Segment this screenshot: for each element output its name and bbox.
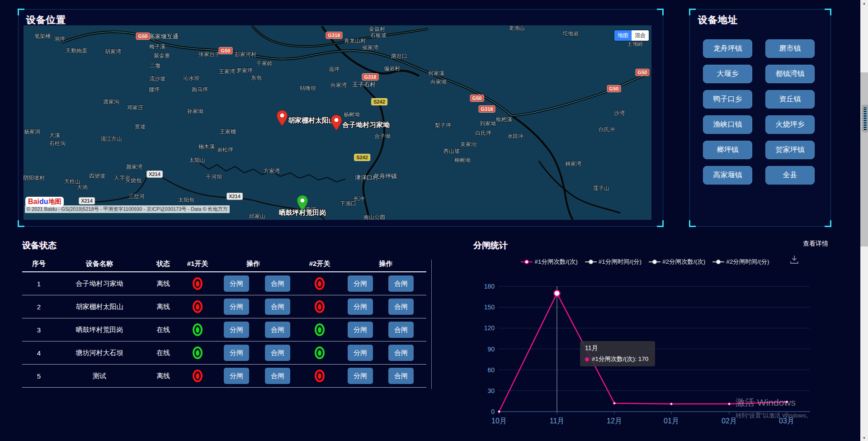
address-button-3[interactable]: 都镇湾镇 — [765, 65, 815, 83]
cell-status: 离线 — [143, 372, 183, 380]
road-shield-g50: G50 — [470, 95, 484, 102]
scrollbar-down-arrow[interactable]: ▼ — [860, 435, 868, 441]
close-switch1-button[interactable]: 合闸 — [265, 368, 290, 384]
cell-index: 5 — [22, 372, 56, 380]
address-button-1[interactable]: 磨市镇 — [765, 39, 815, 58]
map-place-label: 西山坡 — [443, 147, 460, 155]
switch2-indicator-cell — [294, 346, 345, 359]
open-switch2-button[interactable]: 分闸 — [348, 322, 373, 338]
open-switch2-button[interactable]: 分闸 — [348, 299, 373, 315]
scrollbar-thumb[interactable] — [860, 72, 868, 247]
open-switch2-button[interactable]: 分闸 — [348, 345, 373, 361]
scrollbar[interactable]: ▲ ▼ — [860, 0, 868, 441]
address-button-9[interactable]: 贺家坪镇 — [765, 141, 815, 159]
table-row: 5测试离线分闸合闸分闸合闸 — [22, 365, 426, 388]
map-place-label: 孙家坳 — [187, 108, 203, 115]
switch2-indicator-cell — [294, 323, 345, 336]
address-button-2[interactable]: 大堰乡 — [703, 65, 752, 83]
open-switch1-button[interactable]: 分闸 — [224, 299, 249, 315]
close-switch1-cell: 合闸 — [261, 322, 294, 338]
y-axis-tick-label: 150 — [484, 303, 495, 311]
map-type-map-button[interactable]: 地图 — [614, 30, 632, 41]
open-switch1-button[interactable]: 分闸 — [224, 322, 249, 338]
baidu-logo-map: 地图 — [48, 198, 61, 206]
open-switch2-button[interactable]: 分闸 — [348, 275, 373, 292]
open-switch1-button[interactable]: 分闸 — [224, 368, 249, 384]
close-switch2-cell: 合闸 — [376, 299, 426, 315]
device-status-table: 序号设备名称状态#1开关操作#2开关操作1合子坳村习家坳离线分闸合闸分闸合闸2胡… — [22, 256, 426, 388]
map-place-label: 两岔口 — [391, 52, 407, 60]
close-switch1-cell: 合闸 — [261, 368, 294, 384]
map-pin-red[interactable] — [330, 114, 342, 131]
x-axis-tick-label: 03月 — [779, 417, 794, 425]
map-place-label: 庙坪 — [329, 66, 340, 73]
open-switch2-cell: 分闸 — [345, 322, 376, 338]
table-row: 4塘坊河村大石坝在线分闸合闸分闸合闸 — [22, 341, 426, 365]
address-button-0[interactable]: 龙舟坪镇 — [703, 39, 752, 58]
close-switch2-button[interactable]: 合闸 — [388, 275, 414, 292]
highlighted-data-point[interactable] — [554, 290, 560, 296]
open-switch1-cell: 分闸 — [212, 368, 261, 384]
close-switch2-button[interactable]: 合闸 — [388, 299, 414, 315]
address-button-11[interactable]: 全县 — [765, 166, 815, 185]
map-pin-red[interactable] — [276, 110, 288, 126]
baidu-map[interactable]: 笔架槽洞坪天鹅抱蛋胡家湾高家堰互通梅子溪紫金寨二墩流沙坡沁水坝腰坪跑马坪渡家沟邓… — [24, 25, 651, 220]
tooltip-month: 11月 — [585, 344, 650, 352]
close-switch2-button[interactable]: 合闸 — [388, 345, 414, 361]
close-switch2-button[interactable]: 合闸 — [388, 368, 414, 384]
address-button-5[interactable]: 资丘镇 — [765, 90, 815, 109]
open-switch1-cell: 分闸 — [212, 299, 261, 315]
map-place-label: 石板坡 — [370, 32, 387, 39]
address-button-7[interactable]: 火烧坪乡 — [765, 115, 815, 134]
address-button-4[interactable]: 鸭子口乡 — [703, 90, 752, 109]
table-header-cell: 状态 — [143, 260, 183, 268]
map-place-label: 王家湾 — [219, 68, 235, 76]
open-switch1-button[interactable]: 分闸 — [224, 345, 249, 361]
switch2-indicator-red — [315, 277, 325, 290]
map-place-label: 土地岭 — [627, 40, 643, 48]
indicator-dot — [318, 304, 321, 310]
map-place-label: 白氏冲 — [599, 126, 615, 133]
close-switch1-button[interactable]: 合闸 — [265, 299, 290, 315]
device-address-title: 设备地址 — [698, 14, 738, 26]
road-shield-g318: G318 — [326, 32, 343, 39]
indicator-dot — [318, 373, 321, 379]
indicator-dot — [196, 350, 199, 356]
map-place-label: 太阳包 — [178, 196, 194, 204]
table-row: 3晒鼓坪村荒田岗在线分闸合闸分闸合闸 — [22, 318, 426, 341]
table-row: 1合子坳村习家坳离线分闸合闸分闸合闸 — [22, 272, 426, 295]
map-type-hybrid-button[interactable]: 混合 — [632, 30, 649, 41]
open-switch2-cell: 分闸 — [345, 368, 376, 384]
address-button-10[interactable]: 高家堰镇 — [703, 166, 752, 185]
map-place-label: 三岔河 — [128, 193, 145, 200]
close-switch1-button[interactable]: 合闸 — [265, 322, 290, 338]
address-button-6[interactable]: 渔峡口镇 — [703, 115, 752, 134]
scrollbar-up-arrow[interactable]: ▲ — [860, 0, 868, 6]
address-button-8[interactable]: 榔坪镇 — [703, 141, 752, 159]
cell-device-name: 晒鼓坪村荒田岗 — [56, 326, 143, 334]
switch2-indicator-green — [315, 323, 325, 336]
road-shield-g50: G50 — [607, 85, 621, 92]
open-switch2-cell: 分闸 — [345, 345, 376, 361]
device-location-title: 设备位置 — [26, 14, 66, 26]
scrollbar-striped-widget[interactable] — [862, 105, 868, 132]
corner-bracket — [689, 220, 696, 227]
map-place-label: 莲子山 — [593, 185, 609, 192]
x-axis-tick-label: 10月 — [491, 417, 507, 425]
switch1-indicator-green — [193, 323, 203, 336]
indicator-dot — [196, 373, 199, 379]
close-switch2-button[interactable]: 合闸 — [388, 322, 414, 338]
road-shield-g318: G318 — [362, 73, 379, 81]
open-switch2-button[interactable]: 分闸 — [348, 368, 373, 384]
map-place-label: 南山公园 — [363, 213, 385, 220]
open-switch1-button[interactable]: 分闸 — [224, 275, 249, 292]
road-shield-g318: G318 — [479, 105, 495, 113]
x-axis-tick-label: 01月 — [664, 417, 679, 425]
table-header-cell: 设备名称 — [56, 260, 143, 268]
cell-device-name: 塘坊河村大石坝 — [56, 349, 143, 357]
map-type-control[interactable]: 地图混合 — [614, 30, 649, 41]
corner-bracket — [657, 9, 664, 15]
close-switch1-button[interactable]: 合闸 — [265, 275, 290, 292]
close-switch1-button[interactable]: 合闸 — [265, 345, 290, 361]
road-shield-s242: S242 — [354, 154, 370, 161]
